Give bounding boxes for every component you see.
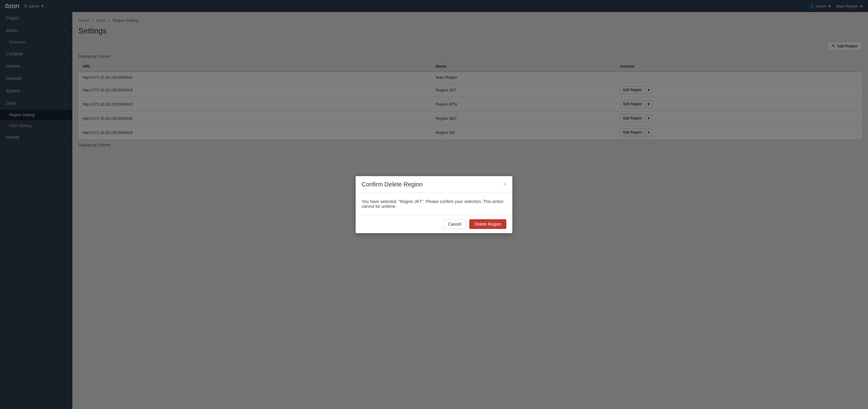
modal-overlay[interactable]: Confirm Delete Region × You have selecte… [0, 0, 868, 409]
modal-body: You have selected: "Region JKT". Please … [355, 193, 513, 215]
delete-region-button[interactable]: Delete Region [469, 219, 506, 229]
modal-header: Confirm Delete Region × [355, 176, 513, 193]
modal-close-button[interactable]: × [503, 181, 506, 187]
modal-footer: Cancel Delete Region [355, 215, 513, 233]
modal-title: Confirm Delete Region [362, 181, 423, 188]
cancel-button[interactable]: Cancel [443, 219, 467, 229]
confirm-delete-modal: Confirm Delete Region × You have selecte… [355, 176, 513, 233]
modal-message: You have selected: "Region JKT". Please … [362, 199, 506, 209]
